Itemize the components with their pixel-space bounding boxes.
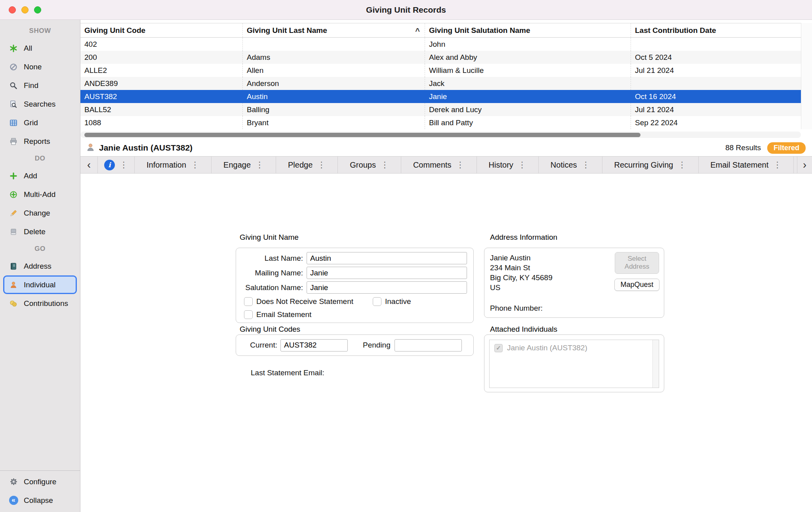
salutation-name-field[interactable]	[307, 281, 467, 294]
cell-last-name: Austin	[242, 90, 425, 103]
tab-notices[interactable]: Notices ⋮	[539, 157, 602, 173]
mailing-name-field[interactable]	[307, 267, 467, 279]
kebab-menu-icon[interactable]: ⋮	[317, 160, 326, 170]
sidebar-item-label: None	[24, 63, 42, 71]
kebab-menu-icon[interactable]: ⋮	[456, 160, 465, 170]
sidebar-item-label: Reports	[24, 137, 50, 146]
table-row[interactable]: 402 John	[80, 38, 801, 51]
sidebar-section-go: GO	[0, 241, 80, 257]
list-vertical-scrollbar[interactable]	[652, 340, 659, 388]
select-address-button[interactable]: Select Address	[615, 252, 659, 274]
sidebar-item-add[interactable]: Add	[3, 166, 77, 185]
sidebar-item-collapse[interactable]: « Collapse	[3, 491, 77, 510]
mapquest-button[interactable]: MapQuest	[614, 279, 659, 291]
current-code-field[interactable]	[280, 339, 348, 352]
email-statement-checkbox[interactable]	[244, 310, 253, 319]
sidebar-item-label: Multi-Add	[24, 190, 55, 199]
list-item[interactable]: ✓ Janie Austin (AUST382)	[490, 340, 659, 356]
window-title: Giving Unit Records	[0, 0, 812, 20]
vertical-scrollbar[interactable]	[801, 23, 812, 129]
kebab-menu-icon[interactable]: ⋮	[255, 160, 264, 170]
coins-icon	[8, 300, 19, 308]
attached-individual-checkbox[interactable]: ✓	[494, 344, 503, 352]
cell-last-name: Bryant	[242, 116, 425, 129]
kebab-menu-icon[interactable]: ⋮	[582, 160, 590, 170]
sidebar-item-find[interactable]: Find	[3, 76, 77, 95]
sidebar-item-change[interactable]: Change	[3, 204, 77, 222]
kebab-menu-icon[interactable]: ⋮	[518, 160, 526, 170]
record-form: Giving Unit Name Last Name: Mailing Name…	[80, 174, 812, 512]
sidebar-item-grid[interactable]: Grid	[3, 113, 77, 132]
sidebar-item-none[interactable]: None	[3, 57, 77, 76]
cell-last-name: Balling	[242, 103, 425, 116]
person-icon	[8, 281, 19, 289]
current-code-label: Current:	[242, 341, 277, 350]
tab-recurring-giving[interactable]: Recurring Giving ⋮	[602, 157, 699, 173]
table-row[interactable]: BALL52 Balling Derek and Lucy Jul 21 202…	[80, 103, 801, 116]
filtered-badge[interactable]: Filtered	[767, 142, 806, 154]
column-header-code[interactable]: Giving Unit Code	[80, 23, 242, 37]
cell-last-contribution: Sep 22 2024	[631, 116, 801, 129]
kebab-menu-icon[interactable]: ⋮	[191, 160, 199, 170]
does-not-receive-statement-checkbox[interactable]	[244, 297, 253, 306]
tab-label: Notices	[551, 160, 577, 170]
sidebar-item-address[interactable]: Address	[3, 257, 77, 275]
table-row[interactable]: 200 Adams Alex and Abby Oct 5 2024	[80, 51, 801, 64]
pending-code-label: Pending	[363, 341, 391, 350]
titlebar: Giving Unit Records	[0, 0, 812, 20]
inactive-checkbox[interactable]	[373, 297, 381, 306]
tab-information[interactable]: Information ⋮	[135, 157, 212, 173]
tab-pledge[interactable]: Pledge ⋮	[276, 157, 338, 173]
table-row[interactable]: 1088 Bryant Bill and Patty Sep 22 2024	[80, 116, 801, 129]
kebab-menu-icon[interactable]: ⋮	[678, 160, 686, 170]
sidebar-item-reports[interactable]: Reports	[3, 132, 77, 151]
horizontal-scrollbar-thumb[interactable]	[84, 133, 640, 137]
tab-engage[interactable]: Engage ⋮	[212, 157, 276, 173]
document-search-icon	[8, 100, 19, 108]
kebab-menu-icon[interactable]: ⋮	[381, 160, 389, 170]
attached-individuals-list: ✓ Janie Austin (AUST382)	[489, 340, 659, 388]
cell-salutation: Janie	[425, 90, 631, 103]
kebab-menu-icon[interactable]: ⋮	[120, 160, 128, 170]
sidebar: SHOW All None Find	[0, 20, 80, 512]
tab-groups[interactable]: Groups ⋮	[338, 157, 401, 173]
giving-unit-name-legend: Giving Unit Name	[240, 233, 299, 242]
sidebar-item-individual[interactable]: Individual	[3, 275, 77, 294]
pencil-icon	[8, 209, 19, 217]
sidebar-item-configure[interactable]: Configure	[3, 472, 77, 491]
tabs-scroll-right-button[interactable]: ›	[797, 157, 812, 173]
pending-code-field[interactable]	[395, 339, 462, 352]
column-header-last-contribution[interactable]: Last Contribution Date	[631, 23, 801, 37]
sidebar-item-searches[interactable]: Searches	[3, 95, 77, 113]
table-row[interactable]: ALLE2 Allen William & Lucille Jul 21 202…	[80, 64, 801, 77]
sidebar-item-delete[interactable]: Delete	[3, 222, 77, 241]
address-information-legend: Address Information	[490, 233, 557, 242]
tab-history[interactable]: History ⋮	[477, 157, 539, 173]
cell-salutation: John	[425, 38, 631, 51]
asterisk-icon	[8, 44, 19, 52]
last-name-field[interactable]	[307, 252, 467, 264]
salutation-name-label: Salutation Name:	[236, 283, 307, 292]
table-row[interactable]: ANDE389 Anderson Jack	[80, 77, 801, 90]
cell-last-contribution: Jul 21 2024	[631, 64, 801, 77]
record-person-icon	[86, 143, 95, 153]
attached-individuals-legend: Attached Individuals	[490, 325, 557, 334]
tab-info[interactable]: i ⋮	[98, 157, 135, 173]
tab-comments[interactable]: Comments ⋮	[401, 157, 477, 173]
tab-label: History	[489, 160, 513, 170]
horizontal-scrollbar[interactable]	[80, 132, 801, 138]
sidebar-item-all[interactable]: All	[3, 39, 77, 57]
column-header-salutation[interactable]: Giving Unit Salutation Name	[425, 23, 631, 37]
email-statement-label: Email Statement	[256, 310, 311, 319]
column-header-last-name[interactable]: Giving Unit Last Name ^	[242, 23, 425, 37]
tab-email-statement[interactable]: Email Statement ⋮	[699, 157, 794, 173]
collapse-circle-icon: «	[8, 496, 19, 505]
kebab-menu-icon[interactable]: ⋮	[773, 160, 782, 170]
tabs-scroll-left-button[interactable]: ‹	[80, 157, 98, 173]
sidebar-item-contributions[interactable]: Contributions	[3, 294, 77, 313]
sidebar-item-label: Grid	[24, 118, 38, 127]
giving-unit-codes-legend: Giving Unit Codes	[240, 325, 300, 334]
sidebar-item-multi-add[interactable]: Multi-Add	[3, 185, 77, 204]
table-row-selected[interactable]: AUST382 Austin Janie Oct 16 2024	[80, 90, 801, 103]
sidebar-item-label: Add	[24, 172, 37, 180]
